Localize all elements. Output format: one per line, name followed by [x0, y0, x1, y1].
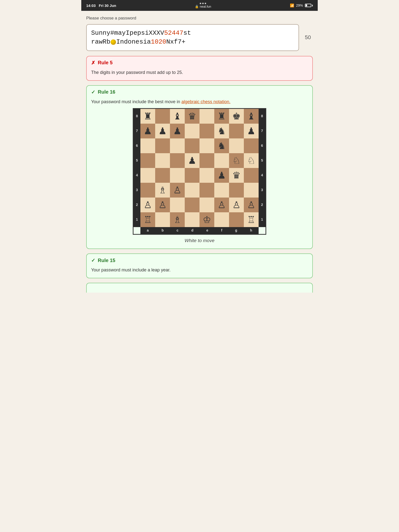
cell-h5: ♘: [244, 153, 259, 168]
chess-grid: ♜♝♛♜♚♝♟♟♟♞♟♞♟♘♘♟♛♗♙♙♙♙♙♙♖♗♔♖: [140, 109, 259, 227]
main-content: Please choose a password Sunny#mayIpepsi…: [81, 11, 318, 300]
file-g-bottom: g: [235, 228, 237, 233]
cell-h7: ♟: [244, 124, 259, 138]
cell-c7: ♟: [170, 124, 185, 138]
cell-b1: [155, 212, 170, 227]
time: 14:03: [86, 3, 96, 8]
board-with-coords: 8 7 6 5 4 3 2 1 ♜♝♛♜♚♝♟♟♟♞♟♞♟♘♘♟♛♗♙♙♙♙♙♙…: [133, 109, 266, 234]
rule-partial-box: [86, 283, 313, 293]
file-e-bottom: e: [206, 228, 208, 233]
pw-part-2: 52447: [164, 29, 183, 37]
file-f-bottom: f: [221, 228, 222, 233]
chess-notation-link[interactable]: algebraic chess notation.: [182, 99, 231, 104]
file-d-bottom: d: [191, 228, 194, 233]
rank-8-left: 8: [136, 114, 138, 119]
cell-b6: [155, 138, 170, 153]
rule-16-body: Your password must include the best move…: [87, 98, 312, 249]
cell-d4: [185, 168, 200, 183]
cell-c4: [170, 168, 185, 183]
pw-part-5: 1020: [151, 38, 166, 46]
cell-b3: ♗: [155, 183, 170, 198]
cell-c1: ♗: [170, 212, 185, 227]
cell-a6: [140, 138, 155, 153]
cell-e3: [200, 183, 214, 198]
cell-h1: ♖: [244, 212, 259, 227]
cell-b8: [155, 109, 170, 124]
cell-d5: ♟: [185, 153, 200, 168]
rule-16-header: ✓ Rule 16: [87, 86, 312, 98]
rule-5-header: ✗ Rule 5: [87, 56, 312, 68]
cell-b4: [155, 168, 170, 183]
chess-board-container: 8 7 6 5 4 3 2 1 ♜♝♛♜♚♝♟♟♟♞♟♞♟♘♘♟♛♗♙♙♙♙♙♙…: [133, 108, 266, 235]
file-labels-bottom: a b c d e f g h: [140, 227, 259, 234]
status-time-date: 14:03 Fri 30 Jun: [86, 3, 116, 8]
cell-e7: [200, 124, 214, 138]
cell-f2: ♙: [214, 198, 229, 212]
rank-5-left: 5: [136, 158, 138, 163]
password-input[interactable]: Sunny#mayIpepsiXXXV52447strawRbIndonesia…: [86, 24, 299, 51]
cell-e8: [200, 109, 214, 124]
date: Fri 30 Jun: [99, 3, 116, 8]
file-c-bottom: c: [177, 228, 179, 233]
cell-g4: ♛: [229, 168, 244, 183]
site-url: neal.fun: [200, 5, 211, 8]
rank-8-right: 8: [261, 114, 263, 119]
cell-d2: [185, 198, 200, 212]
battery-percent: 29%: [296, 3, 303, 7]
status-bar: 14:03 Fri 30 Jun 🔒 neal.fun 📶 29%: [81, 0, 318, 11]
file-h-bottom: h: [250, 228, 252, 233]
rank-4-left: 4: [136, 173, 138, 178]
cell-c8: ♝: [170, 109, 185, 124]
rank-2-left: 2: [136, 202, 138, 207]
rule-15-title: Rule 15: [98, 258, 115, 263]
cell-h4: [244, 168, 259, 183]
pw-part-1: Sunny#mayIpepsiXXXV: [91, 29, 164, 37]
cell-e6: [200, 138, 214, 153]
cell-f4: ♟: [214, 168, 229, 183]
rank-6-right: 6: [261, 143, 263, 148]
cell-d3: [185, 183, 200, 198]
rank-3-right: 3: [261, 187, 263, 193]
cell-e5: [200, 153, 214, 168]
rank-2-right: 2: [261, 202, 263, 207]
cell-c6: [170, 138, 185, 153]
rule-16-title: Rule 16: [98, 89, 115, 95]
cell-g1: [229, 212, 244, 227]
status-center: 🔒 neal.fun: [195, 3, 211, 8]
cell-a5: [140, 153, 155, 168]
cell-d6: [185, 138, 200, 153]
rule-15-body: Your password must include a leap year.: [87, 266, 312, 278]
rule-5-body: The digits in your password must add up …: [87, 68, 312, 80]
rank-labels-right: 8 7 6 5 4 3 2 1: [259, 109, 266, 227]
cell-g8: ♚: [229, 109, 244, 124]
url: 🔒 neal.fun: [195, 5, 211, 8]
cell-c5: [170, 153, 185, 168]
cell-a3: [140, 183, 155, 198]
rank-labels-left: 8 7 6 5 4 3 2 1: [133, 109, 140, 227]
cell-a2: ♙: [140, 198, 155, 212]
rank-4-right: 4: [261, 173, 263, 178]
pass-icon-15: ✓: [91, 257, 95, 263]
rank-5-right: 5: [261, 158, 263, 163]
rank-1-right: 1: [261, 217, 263, 222]
rule-5-title: Rule 5: [98, 60, 113, 66]
file-b-bottom: b: [162, 228, 164, 233]
wifi-icon: 📶: [290, 3, 294, 7]
rank-3-left: 3: [136, 187, 138, 193]
cell-g6: [229, 138, 244, 153]
pw-part-6: Nxf7+: [166, 38, 185, 46]
chess-wrapper: 8 7 6 5 4 3 2 1 ♜♝♛♜♚♝♟♟♟♞♟♞♟♘♘♟♛♗♙♙♙♙♙♙…: [91, 108, 308, 244]
browser-dots: [200, 3, 206, 4]
cell-d8: ♛: [185, 109, 200, 124]
cell-g5: ♘: [229, 153, 244, 168]
cell-a7: ♟: [140, 124, 155, 138]
cell-g2: ♙: [229, 198, 244, 212]
cell-b7: ♟: [155, 124, 170, 138]
pw-part-4: Indonesia: [116, 38, 151, 46]
cell-h3: [244, 183, 259, 198]
rank-7-left: 7: [136, 128, 138, 133]
cell-b2: ♙: [155, 198, 170, 212]
choose-password-label: Please choose a password: [86, 16, 313, 21]
file-a-bottom: a: [147, 228, 149, 233]
fail-icon: ✗: [91, 60, 95, 66]
